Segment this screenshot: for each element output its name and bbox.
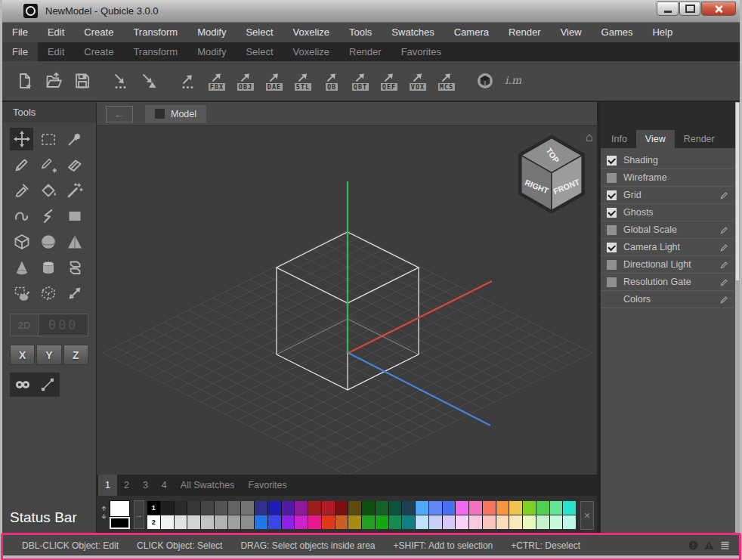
swatch-cell[interactable]	[443, 515, 456, 529]
swatch-cell[interactable]	[563, 501, 576, 515]
new-model-button[interactable]	[14, 72, 36, 90]
swatch-cell[interactable]	[161, 515, 174, 529]
checkbox-wireframe[interactable]	[607, 173, 617, 183]
swatch-cell[interactable]	[536, 501, 549, 515]
open-button[interactable]	[42, 72, 65, 90]
secondary-color-well[interactable]	[110, 517, 130, 529]
scrollbar-thumb[interactable]	[736, 103, 739, 280]
swatch-cell[interactable]	[268, 501, 281, 515]
2d-button[interactable]: 2D	[11, 314, 39, 336]
swatch-cell[interactable]	[187, 501, 200, 515]
menu-item-help[interactable]: Help	[642, 23, 682, 42]
edit-global-scale-button[interactable]	[719, 225, 729, 235]
mask-button[interactable]	[10, 373, 35, 397]
primary-color-well[interactable]	[110, 500, 130, 517]
swatch-cell[interactable]	[362, 515, 375, 529]
export-obj-button[interactable]: OBJ	[234, 72, 257, 91]
mirror-line-button[interactable]	[35, 373, 60, 397]
close-button[interactable]	[701, 2, 736, 16]
orientation-cube[interactable]: TOP RIGHT FRONT	[517, 134, 586, 215]
swatch-tab-3[interactable]: 3	[136, 475, 155, 496]
pyramid-tool-button[interactable]	[63, 230, 86, 253]
select-brush-tool-button[interactable]	[10, 282, 33, 305]
swatch-cell[interactable]	[536, 515, 549, 529]
swatch-cell[interactable]	[483, 501, 496, 515]
swatch-cell[interactable]	[416, 501, 428, 515]
swatch-cell[interactable]	[429, 501, 442, 515]
submenu-item-favorites[interactable]: Favorites	[391, 42, 451, 61]
swatch-cell[interactable]	[469, 515, 482, 529]
checkbox-camera-light[interactable]	[607, 243, 617, 252]
axis-z-button[interactable]: Z	[63, 345, 88, 365]
checkbox-grid[interactable]	[607, 190, 617, 200]
export-qef-button[interactable]: QEF	[378, 72, 400, 91]
swatch-cell[interactable]	[228, 501, 241, 515]
swatch-cell[interactable]	[402, 501, 415, 515]
export-qb-button[interactable]: QB	[320, 72, 343, 91]
swatch-cell[interactable]	[389, 501, 402, 515]
magic-wand-tool-button[interactable]	[63, 179, 86, 202]
swatch-cell[interactable]	[496, 501, 509, 515]
swatch-cell[interactable]	[308, 501, 321, 515]
apply-color-button[interactable]: →	[134, 500, 144, 529]
edit-camera-light-button[interactable]	[719, 243, 729, 252]
swatch-cell[interactable]	[389, 515, 402, 529]
swatch-cell[interactable]	[308, 515, 321, 529]
brush-tool-button[interactable]	[10, 179, 33, 202]
warning-icon[interactable]	[703, 540, 715, 551]
export-stl-button[interactable]: STL	[292, 72, 314, 91]
error-icon[interactable]	[688, 540, 699, 551]
swatch-cell[interactable]	[348, 501, 361, 515]
rectangle-tool-button[interactable]	[63, 205, 86, 227]
right-panel-scrollbar[interactable]	[735, 102, 740, 535]
submenu-item-edit[interactable]: Edit	[38, 42, 74, 61]
swatch-cell[interactable]	[228, 515, 241, 529]
eraser-tool-button[interactable]	[63, 153, 86, 176]
swatch-cell[interactable]	[362, 501, 375, 515]
edit-grid-button[interactable]	[719, 190, 729, 200]
swatch-cell[interactable]	[550, 501, 563, 515]
color-wells[interactable]	[110, 500, 130, 529]
swatch-cell[interactable]	[295, 501, 308, 515]
swatch-cell[interactable]	[175, 501, 187, 515]
select-box-tool-button[interactable]	[36, 282, 60, 305]
swatch-tab-4[interactable]: 4	[155, 475, 174, 496]
swatch-cell[interactable]	[443, 501, 456, 515]
submenu-item-transform[interactable]: Transform	[123, 42, 187, 61]
cone-tool-button[interactable]	[10, 256, 33, 279]
axis-x-button[interactable]: X	[10, 345, 35, 365]
checkbox-directional-light[interactable]	[607, 260, 617, 270]
swatch-tab-all-swatches[interactable]: All Swatches	[174, 475, 242, 496]
export-vox-button[interactable]: VOX	[407, 72, 429, 91]
swatch-cell[interactable]	[322, 501, 335, 515]
rect-select-tool-button[interactable]	[36, 128, 60, 150]
swatch-cell[interactable]	[282, 515, 295, 529]
pencil-tool-button[interactable]	[10, 153, 33, 176]
menu-item-select[interactable]: Select	[236, 23, 283, 42]
export-mcs-button[interactable]: MCS	[435, 72, 458, 91]
swatch-cell[interactable]	[322, 515, 335, 529]
move-tool-button[interactable]	[10, 128, 33, 150]
swatch-cell[interactable]	[509, 501, 522, 515]
color-picker-tool-button[interactable]	[63, 128, 86, 150]
export-fbx-button[interactable]: FBX	[206, 72, 228, 91]
menu-item-file[interactable]: File	[2, 23, 38, 42]
swatch-cell[interactable]	[201, 515, 214, 529]
tab-render[interactable]: Render	[675, 130, 724, 148]
minimize-button[interactable]	[657, 2, 679, 16]
swatch-cell[interactable]	[456, 501, 468, 515]
submenu-item-select[interactable]: Select	[236, 42, 283, 61]
cylinder-tool-button[interactable]	[36, 256, 60, 279]
swatch-cell[interactable]	[161, 501, 174, 515]
menu-item-camera[interactable]: Camera	[444, 23, 499, 42]
paint-bucket-tool-button[interactable]	[36, 179, 60, 202]
submenu-item-create[interactable]: Create	[74, 42, 123, 61]
scale-tool-button[interactable]	[63, 282, 86, 305]
checkbox-shading[interactable]	[607, 156, 617, 166]
swatch-cell[interactable]	[456, 515, 468, 529]
extrude-tool-button[interactable]	[63, 256, 86, 279]
export-dae-button[interactable]: DAE	[263, 72, 286, 91]
maximize-button[interactable]	[679, 2, 700, 16]
swatch-cell[interactable]	[241, 501, 254, 515]
edit-resolution-gate-button[interactable]	[719, 277, 729, 287]
